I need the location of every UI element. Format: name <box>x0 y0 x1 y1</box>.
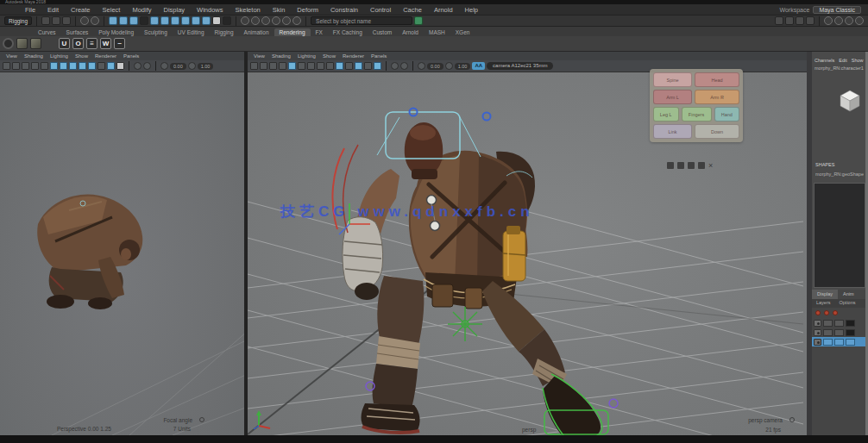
shelf-script-icon[interactable]: U <box>59 38 70 49</box>
snap-grid-icon[interactable] <box>150 16 159 25</box>
redo-icon[interactable] <box>91 16 99 25</box>
picker-button[interactable]: Link <box>653 124 692 139</box>
menu-item[interactable]: File <box>19 6 41 14</box>
viewport-toolbar-icon[interactable] <box>107 62 115 70</box>
undo-icon[interactable] <box>80 16 89 25</box>
viewport-toolbar-icon[interactable] <box>3 62 10 70</box>
shelf-tab[interactable]: UV Editing <box>173 28 210 36</box>
menu-item[interactable]: Display <box>158 6 192 14</box>
panel-menu-item[interactable]: View <box>250 53 268 59</box>
picker-button[interactable]: Arm L <box>653 90 692 104</box>
gear-icon[interactable] <box>199 417 204 422</box>
eye-icon[interactable] <box>814 329 821 336</box>
render-settings-icon[interactable] <box>806 16 815 25</box>
exposure-icon[interactable] <box>160 62 168 70</box>
new-layer-icon[interactable] <box>815 310 821 315</box>
picker-button[interactable]: Arm R <box>695 90 739 104</box>
exposure-value[interactable]: 0.00 <box>427 63 443 70</box>
select-component-icon[interactable] <box>129 16 138 25</box>
viewport-toolbar-icon[interactable] <box>97 62 105 70</box>
layer-cell[interactable] <box>823 329 833 336</box>
anti-aliasing-chip[interactable]: AA <box>472 62 485 70</box>
viewport-toolbar-icon[interactable] <box>69 62 77 70</box>
shelf-script-icon[interactable]: ~ <box>114 38 125 49</box>
picker-tool-icon[interactable] <box>677 162 684 169</box>
shelf-script-icon[interactable]: W <box>100 38 111 49</box>
panel-menu-item[interactable]: Panels <box>368 53 390 59</box>
channel-box-menu-item[interactable]: Channels <box>815 58 834 63</box>
make-live-icon[interactable] <box>202 16 211 25</box>
isolate-select-icon[interactable] <box>134 62 142 70</box>
time-slider-strip[interactable] <box>0 435 868 443</box>
snap-curve-icon[interactable] <box>160 16 169 25</box>
layer-cell[interactable] <box>834 320 844 327</box>
menu-item[interactable]: Deform <box>291 6 324 14</box>
viewport-toolbar-icon[interactable] <box>41 62 48 70</box>
viewport-toolbar-icon[interactable] <box>374 62 381 70</box>
shelf-tab[interactable]: Arnold <box>397 28 424 36</box>
snap-toggle-icon-6[interactable] <box>292 16 301 25</box>
channel-box-menu-item[interactable]: Show <box>852 58 864 63</box>
picker-tool-icon[interactable] <box>667 162 674 169</box>
shelf-circle-tool-icon[interactable] <box>3 38 14 49</box>
construction-icon[interactable] <box>223 16 231 25</box>
menu-item[interactable]: Cache <box>397 6 428 14</box>
menu-item[interactable]: Create <box>65 6 97 14</box>
panel-menu-item[interactable]: View <box>3 53 21 59</box>
viewport-toolbar-icon[interactable] <box>88 62 96 70</box>
viewport-toolbar-icon[interactable] <box>250 62 258 70</box>
layer-cell[interactable] <box>823 320 833 327</box>
snap-point-icon[interactable] <box>171 16 179 25</box>
picker-tool-icon[interactable] <box>698 162 705 169</box>
gear-icon[interactable] <box>789 417 795 422</box>
menu-item[interactable]: Arnold <box>428 6 459 14</box>
menu-item[interactable]: Edit <box>41 6 65 14</box>
shelf-tab[interactable]: Rigging <box>210 28 239 36</box>
xray-icon[interactable] <box>143 62 151 70</box>
snap-toggle-icon-5[interactable] <box>282 16 291 25</box>
viewport-toolbar-icon[interactable] <box>355 62 362 70</box>
picker-button[interactable]: Spine <box>653 72 692 87</box>
shelf-tab[interactable]: Custom <box>368 28 397 36</box>
picker-tool-icon[interactable] <box>688 162 695 169</box>
viewport-toolbar-icon[interactable] <box>116 62 124 70</box>
camera-name-field[interactable]: camera A12ec21 35mm <box>487 62 553 70</box>
shelf-tab[interactable]: FX <box>311 28 328 36</box>
shelf-tab[interactable]: Poly Modeling <box>93 28 139 36</box>
channel-box-menu-item[interactable]: Edit <box>839 58 846 63</box>
selected-node-name[interactable]: morphy_RN:character1 <box>812 63 868 71</box>
eye-icon[interactable] <box>814 320 821 327</box>
selection-mask-icon[interactable] <box>140 16 148 25</box>
panel-menu-item[interactable]: Shading <box>21 53 47 59</box>
eye-icon[interactable] <box>814 339 821 346</box>
viewport-toolbar-icon[interactable] <box>22 62 29 70</box>
layer-cell[interactable] <box>823 339 833 346</box>
layer-cell[interactable] <box>834 339 844 346</box>
shelf-tab[interactable]: FX Caching <box>328 28 368 36</box>
menu-item[interactable]: Select <box>97 6 127 14</box>
picker-button[interactable]: Head <box>695 72 739 87</box>
new-layer-selected-icon[interactable] <box>824 310 829 315</box>
menu-item[interactable]: Control <box>364 6 397 14</box>
viewport-toolbar-icon[interactable] <box>364 62 372 70</box>
menu-item[interactable]: Skin <box>267 6 292 14</box>
layer-cell[interactable] <box>846 339 855 346</box>
new-layer-empty-icon[interactable] <box>833 310 838 315</box>
options-menu[interactable]: Options <box>835 299 860 308</box>
character-model-small[interactable] <box>0 72 248 435</box>
shelf-tab-active[interactable]: Rendering <box>274 28 311 36</box>
select-by-name-input[interactable]: Select by object name <box>311 16 412 25</box>
viewport-toolbar-icon[interactable] <box>60 62 67 70</box>
picker-button[interactable]: Hand <box>714 107 740 122</box>
panel-menu-item[interactable]: Renderer <box>91 53 120 59</box>
viewport-toolbar-icon[interactable] <box>326 62 334 70</box>
history-toggle-icon[interactable] <box>212 16 221 25</box>
shelf-tab[interactable]: Surfaces <box>61 28 94 36</box>
viewport-toolbar-icon[interactable] <box>345 62 353 70</box>
layer-cell[interactable] <box>846 320 855 327</box>
viewport-toolbar-icon[interactable] <box>269 62 277 70</box>
snap-plane-icon[interactable] <box>181 16 190 25</box>
ipr-render-icon[interactable] <box>796 16 804 25</box>
shelf-tab[interactable]: Curves <box>33 28 61 36</box>
viewport-toolbar-icon[interactable] <box>279 62 286 70</box>
